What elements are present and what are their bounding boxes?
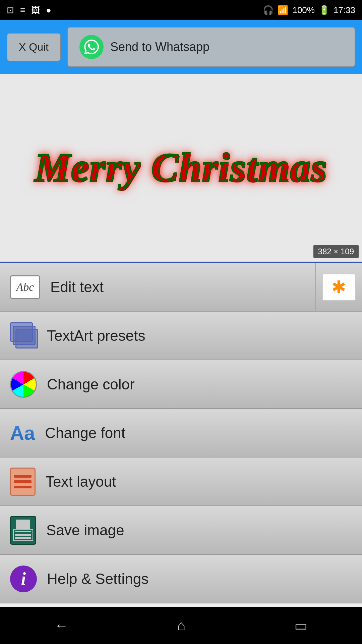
save-image-button[interactable]: Save image: [0, 506, 362, 555]
help-settings-button[interactable]: i Help & Settings: [0, 555, 362, 603]
layers-icon: ≡: [20, 5, 25, 15]
whatsapp-button-label: Send to Whatsapp: [110, 40, 209, 54]
save-image-label: Save image: [46, 522, 124, 539]
abc-icon: Abc: [10, 275, 40, 299]
quit-button[interactable]: X Quit: [7, 33, 61, 61]
color-asterisk-button[interactable]: ✱: [315, 263, 362, 312]
color-wheel-icon: [10, 371, 37, 398]
battery-label: 100%: [292, 5, 315, 15]
edit-text-row: Abc Edit text ✱: [0, 263, 362, 312]
help-icon: i: [10, 566, 37, 592]
home-button[interactable]: ⌂: [177, 618, 185, 634]
canvas-text: Merry Christmas: [21, 138, 341, 198]
status-right-info: 🎧 📶 100% 🔋 17:33: [263, 5, 355, 15]
change-color-label: Change color: [47, 376, 135, 393]
battery-icon: 🔋: [319, 5, 329, 15]
save-icon: [10, 516, 36, 545]
top-bar: X Quit Send to Whatsapp: [0, 20, 362, 74]
help-settings-label: Help & Settings: [47, 571, 148, 587]
clock: 17:33: [334, 5, 355, 15]
textart-presets-button[interactable]: TextArt presets: [0, 312, 362, 360]
canvas-area[interactable]: Merry Christmas 382 × 109: [0, 74, 362, 262]
whatsapp-status-icon: ●: [46, 5, 51, 15]
font-icon: Aa: [10, 422, 35, 444]
edit-text-label: Edit text: [50, 279, 104, 296]
back-button[interactable]: ←: [54, 618, 68, 634]
textart-icon: [10, 322, 37, 349]
layout-icon: [10, 468, 36, 496]
asterisk-icon: ✱: [322, 274, 356, 301]
text-layout-button[interactable]: Text layout: [0, 458, 362, 506]
recents-button[interactable]: ▭: [294, 618, 308, 634]
headset-icon: 🎧: [263, 5, 274, 15]
status-left-icons: ⊡ ≡ 🖼 ●: [7, 5, 51, 15]
status-bar: ⊡ ≡ 🖼 ● 🎧 📶 100% 🔋 17:33: [0, 0, 362, 20]
image-icon: 🖼: [31, 5, 40, 15]
canvas-size-badge: 382 × 109: [313, 245, 359, 258]
signal-icon: 📶: [278, 5, 288, 15]
edit-text-button[interactable]: Abc Edit text: [0, 263, 315, 312]
change-font-label: Change font: [45, 425, 125, 441]
cast-icon: ⊡: [7, 5, 14, 15]
nav-bar: ← ⌂ ▭: [0, 607, 362, 644]
menu-area: Abc Edit text ✱ TextArt presets Change c…: [0, 263, 362, 603]
whatsapp-button[interactable]: Send to Whatsapp: [67, 27, 355, 67]
change-font-button[interactable]: Aa Change font: [0, 409, 362, 458]
whatsapp-logo-icon: [79, 35, 104, 59]
text-layout-label: Text layout: [46, 473, 116, 490]
change-color-button[interactable]: Change color: [0, 360, 362, 409]
textart-presets-label: TextArt presets: [47, 327, 145, 344]
